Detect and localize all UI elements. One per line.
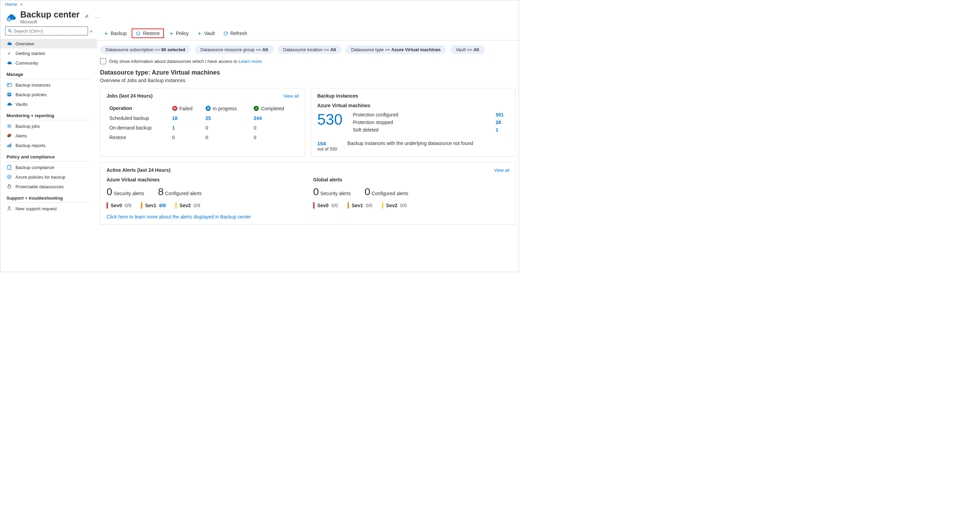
backup-button[interactable]: Backup	[100, 29, 130, 37]
more-icon[interactable]: ···	[94, 13, 101, 21]
job-inprogress-count[interactable]: 25	[205, 115, 211, 121]
severity-bar-icon	[313, 202, 315, 208]
global-configured-alerts: 0Configured alerts	[364, 186, 408, 197]
policies-icon	[6, 92, 12, 97]
collapse-sidebar-icon[interactable]: «	[90, 29, 92, 34]
job-completed-count: 0	[254, 125, 256, 130]
alerts-icon	[6, 133, 12, 138]
job-failed-count[interactable]: 18	[172, 115, 178, 121]
toolbar-label: Vault	[204, 30, 215, 36]
filter-datasource-type[interactable]: Datasource type == Azure Virtual machine…	[345, 45, 446, 54]
svg-rect-11	[9, 144, 10, 147]
refresh-icon	[223, 31, 228, 36]
filter-resource-group[interactable]: Datasource resource group == All	[195, 45, 274, 54]
refresh-button[interactable]: Refresh	[220, 29, 251, 37]
sev0-item: Sev00/8	[107, 202, 131, 208]
severity-name: Sev0	[111, 203, 122, 208]
svg-rect-13	[8, 165, 11, 169]
pin-icon[interactable]	[83, 13, 91, 21]
completed-header: Completed	[261, 106, 284, 111]
bi-status-value[interactable]: 501	[496, 112, 509, 118]
sidebar-item-backup-reports[interactable]: Backup reports	[0, 140, 97, 150]
breadcrumb-home[interactable]: Home	[5, 2, 17, 7]
sidebar-item-overview[interactable]: Overview	[0, 39, 97, 48]
bi-status-label: Protection stopped	[353, 119, 393, 125]
restore-button[interactable]: Restore	[132, 29, 164, 38]
learn-more-link[interactable]: Learn more	[239, 59, 261, 64]
sidebar-item-support-request[interactable]: New support request	[0, 204, 97, 213]
access-checkbox[interactable]	[100, 58, 106, 64]
failed-header: Failed	[180, 106, 192, 111]
sidebar-item-getting-started[interactable]: Getting started	[0, 48, 97, 58]
job-inprogress-count: 0	[205, 135, 208, 140]
community-icon	[6, 60, 12, 66]
svg-point-1	[8, 29, 11, 32]
completed-icon: ✓	[254, 106, 259, 111]
svg-rect-10	[8, 145, 9, 147]
policy-button[interactable]: Policy	[165, 29, 192, 37]
sidebar-item-alerts[interactable]: Alerts	[0, 131, 97, 140]
backup-center-icon	[5, 11, 17, 23]
bi-notfound-count[interactable]: 154	[317, 140, 337, 146]
bi-status-value[interactable]: 1	[496, 127, 509, 133]
sidebar: « Overview Getting started Community Man…	[0, 27, 97, 272]
table-row: Scheduled backup 18 25 244	[107, 114, 298, 122]
severity-fraction: 0/0	[366, 203, 372, 208]
bi-total-count[interactable]: 530	[317, 111, 342, 134]
filter-vault[interactable]: Vault == All	[450, 45, 485, 54]
sidebar-item-community[interactable]: Community	[0, 58, 97, 68]
reports-icon	[6, 143, 12, 148]
sev2-item: Sev20/8	[175, 202, 200, 208]
severity-bar-icon	[141, 202, 142, 208]
sidebar-item-azure-policies[interactable]: Azure policies for backup	[0, 172, 97, 182]
job-completed-count[interactable]: 244	[254, 115, 262, 121]
job-completed-count: 0	[254, 135, 256, 140]
alerts-card: Active Alerts (last 24 Hours) View all A…	[100, 162, 516, 225]
avm-configured-alerts: 8Configured alerts	[158, 186, 201, 197]
divider	[6, 161, 91, 162]
bi-status-value[interactable]: 28	[496, 119, 509, 125]
alerts-learn-more-link[interactable]: Click here to learn more about the alert…	[107, 214, 509, 219]
toolbar-label: Restore	[143, 30, 160, 36]
section-header: Datasource type: Azure Virtual machines …	[97, 69, 519, 88]
severity-bar-icon	[175, 202, 177, 208]
alerts-view-all-link[interactable]: View all	[494, 168, 509, 173]
jobs-card-title: Jobs (last 24 Hours)	[107, 93, 153, 99]
toolbar-label: Backup	[111, 30, 127, 36]
avm-security-alerts: 0Security alerts	[107, 186, 144, 197]
plus-icon	[169, 31, 174, 36]
toolbar-label: Refresh	[230, 30, 247, 36]
chevron-right-icon: >	[20, 2, 23, 7]
page-title: Backup center	[20, 10, 80, 19]
sidebar-section-manage: Manage	[0, 68, 97, 78]
sidebar-item-label: Overview	[16, 41, 34, 46]
svg-point-15	[9, 176, 10, 178]
job-operation: Restore	[107, 133, 169, 142]
severity-fraction[interactable]: 8/8	[159, 203, 166, 208]
bi-status-row: Protection configured501	[353, 111, 509, 119]
azure-policy-icon	[6, 174, 12, 180]
sidebar-item-label: Community	[16, 60, 38, 66]
sidebar-item-protectable[interactable]: Protectable datasources	[0, 182, 97, 191]
divider	[6, 79, 91, 79]
sidebar-item-backup-compliance[interactable]: Backup compliance	[0, 162, 97, 172]
filter-subscription[interactable]: Datasource subscription == 60 selected	[100, 45, 191, 54]
job-failed-count[interactable]: 1	[172, 125, 175, 130]
jobs-view-all-link[interactable]: View all	[283, 94, 299, 99]
svg-rect-16	[8, 186, 11, 188]
search-input[interactable]	[5, 27, 88, 35]
severity-bar-icon	[382, 202, 383, 208]
severity-bar-icon	[107, 202, 108, 208]
sidebar-item-label: Azure policies for backup	[16, 175, 65, 180]
sidebar-item-backup-instances[interactable]: Backup instances	[0, 80, 97, 90]
sidebar-item-vaults[interactable]: Vaults	[0, 99, 97, 109]
filter-location[interactable]: Datasource location == All	[278, 45, 342, 54]
vault-button[interactable]: Vault	[194, 29, 218, 37]
sev1-item: Sev18/8	[141, 202, 166, 208]
sidebar-section-monitoring: Monitoring + reporting	[0, 109, 97, 119]
sidebar-item-backup-jobs[interactable]: Backup jobs	[0, 121, 97, 131]
sev1-item: Sev10/0	[347, 202, 372, 208]
sidebar-item-backup-policies[interactable]: Backup policies	[0, 90, 97, 99]
sidebar-item-label: Protectable datasources	[16, 184, 64, 189]
table-row: On-demand backup 1 0 0	[107, 123, 298, 132]
